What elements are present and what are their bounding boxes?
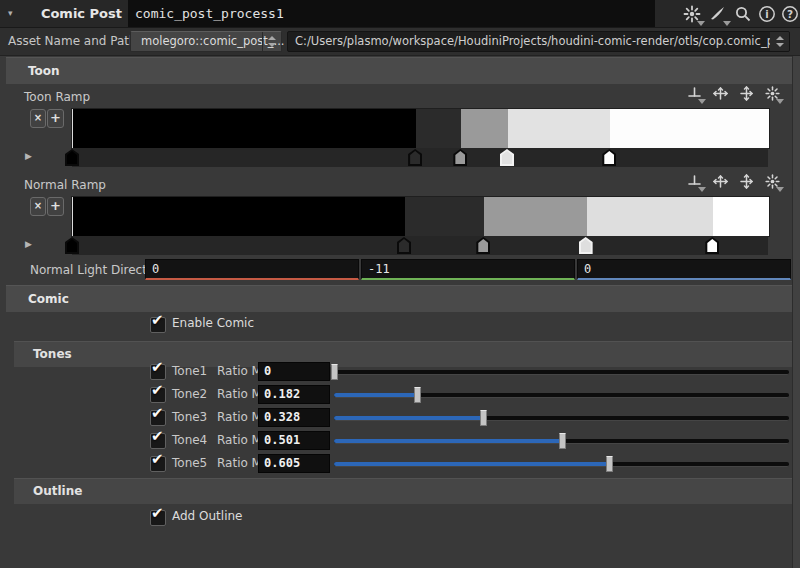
ramp-move-vertical-icon[interactable] bbox=[738, 173, 755, 190]
ramp-segment bbox=[484, 197, 586, 236]
search-icon[interactable] bbox=[733, 4, 753, 24]
slider-handle[interactable] bbox=[559, 433, 566, 449]
section-header-comic[interactable]: Comic bbox=[6, 285, 800, 312]
tone2-ratio-min-slider[interactable] bbox=[334, 383, 789, 406]
slider-handle[interactable] bbox=[606, 456, 613, 472]
info-icon[interactable]: i bbox=[757, 4, 777, 24]
enable-comic-label: Enable Comic bbox=[172, 316, 254, 330]
tone1-checkbox[interactable]: ✔ bbox=[150, 364, 166, 380]
ramp-expand-icon[interactable]: ▶ bbox=[25, 239, 32, 249]
toon-ramp-handle-strip[interactable] bbox=[72, 148, 768, 167]
ramp-segment bbox=[508, 109, 610, 148]
enable-comic-checkbox[interactable]: ✔ bbox=[150, 317, 166, 333]
section-header-outline[interactable]: Outline bbox=[14, 478, 800, 504]
slider-track[interactable] bbox=[334, 370, 789, 375]
ramp-stop-handle[interactable] bbox=[65, 149, 79, 166]
checkmark-icon: ✔ bbox=[151, 450, 164, 468]
asset-path-value: C:/Users/plasmo/workspace/HoudiniProject… bbox=[295, 34, 790, 48]
checkmark-icon: ✔ bbox=[151, 311, 164, 329]
spinner-up-icon bbox=[268, 36, 276, 40]
toon-ramp-widget[interactable] bbox=[72, 109, 768, 167]
spinner-up-icon bbox=[776, 36, 784, 40]
tone4-row: ✔ Tone4 Ratio Min 0.501 bbox=[0, 429, 800, 452]
ramp-stop-handle[interactable] bbox=[65, 237, 79, 254]
ramp-move-horizontal-icon[interactable] bbox=[712, 173, 729, 190]
ramp-options-gear-icon[interactable] bbox=[764, 173, 781, 190]
tone2-label: Tone2 bbox=[172, 387, 207, 401]
brush-appearance-icon[interactable] bbox=[708, 4, 728, 24]
normal-ramp-toolbar bbox=[686, 173, 781, 191]
normal-ramp-handle-strip[interactable] bbox=[72, 236, 768, 255]
tone1-ratio-min-slider[interactable] bbox=[334, 360, 789, 383]
section-header-toon[interactable]: Toon bbox=[6, 57, 800, 84]
asset-path-spinner[interactable] bbox=[770, 32, 789, 51]
tone2-ratio-min-field[interactable]: 0.182 bbox=[258, 385, 330, 404]
ramp-stop-handle[interactable] bbox=[579, 237, 593, 254]
tone5-checkbox[interactable]: ✔ bbox=[150, 456, 166, 472]
tone2-row: ✔ Tone2 Ratio Min 0.182 bbox=[0, 383, 800, 406]
ramp-interpolation-icon[interactable] bbox=[686, 85, 703, 102]
ramp-stop-handle[interactable] bbox=[408, 149, 422, 166]
svg-text:i: i bbox=[765, 9, 768, 20]
ramp-stop-handle[interactable] bbox=[500, 149, 514, 166]
ramp-add-point-button[interactable]: + bbox=[47, 109, 64, 128]
gear-menu-icon[interactable] bbox=[682, 4, 702, 24]
slider-fill bbox=[334, 393, 417, 397]
tone4-ratio-min-slider[interactable] bbox=[334, 429, 789, 452]
toon-ramp-gradient[interactable] bbox=[72, 109, 769, 148]
brush-menu-caret-icon bbox=[723, 21, 731, 26]
tone3-ratio-min-slider[interactable] bbox=[334, 406, 789, 429]
tone4-ratio-min-field[interactable]: 0.501 bbox=[258, 431, 330, 450]
ramp-interpolation-caret-icon bbox=[698, 187, 706, 192]
node-header-bar: ▾ Comic Post Process comic_post_process1 bbox=[0, 0, 800, 28]
ramp-delete-point-button[interactable]: × bbox=[30, 197, 46, 216]
checkmark-icon: ✔ bbox=[151, 404, 164, 422]
normal-light-direction-y-field[interactable]: -11 bbox=[361, 259, 575, 280]
spinner-down-icon bbox=[268, 43, 276, 47]
tone5-row: ✔ Tone5 Ratio Min 0.605 bbox=[0, 452, 800, 475]
ramp-options-gear-icon[interactable] bbox=[764, 85, 781, 102]
ramp-add-point-button[interactable]: + bbox=[47, 197, 64, 216]
help-icon[interactable]: ? bbox=[780, 4, 800, 24]
normal-light-direction-z-field[interactable]: 0 bbox=[577, 259, 791, 280]
ramp-move-vertical-icon[interactable] bbox=[738, 85, 755, 102]
ramp-interpolation-caret-icon bbox=[698, 99, 706, 104]
normal-ramp-gradient[interactable] bbox=[72, 197, 769, 236]
asset-definition-spinner[interactable] bbox=[262, 32, 281, 51]
asset-name-path-row: Asset Name and Path molegoro::comic_post… bbox=[0, 28, 800, 56]
toon-ramp-toolbar bbox=[686, 85, 781, 103]
checkmark-icon: ✔ bbox=[151, 504, 164, 522]
ramp-stop-handle[interactable] bbox=[453, 149, 467, 166]
normal-ramp-widget[interactable] bbox=[72, 197, 768, 255]
ramp-stop-handle[interactable] bbox=[476, 237, 490, 254]
ramp-move-horizontal-icon[interactable] bbox=[712, 85, 729, 102]
node-name-input[interactable]: comic_post_process1 bbox=[128, 0, 655, 27]
ramp-stop-handle[interactable] bbox=[397, 237, 411, 254]
tone3-ratio-min-field[interactable]: 0.328 bbox=[258, 408, 330, 427]
tone5-label: Tone5 bbox=[172, 456, 207, 470]
vertical-scrollbar[interactable] bbox=[792, 56, 800, 568]
normal-light-direction-x-field[interactable]: 0 bbox=[145, 259, 359, 280]
tone3-checkbox[interactable]: ✔ bbox=[150, 410, 166, 426]
slider-handle[interactable] bbox=[414, 387, 421, 403]
tone5-ratio-min-slider[interactable] bbox=[334, 452, 789, 475]
ramp-segment bbox=[713, 197, 769, 236]
slider-handle[interactable] bbox=[331, 364, 338, 380]
ramp-stop-handle[interactable] bbox=[705, 237, 719, 254]
ramp-delete-point-button[interactable]: × bbox=[30, 109, 46, 128]
ramp-expand-icon[interactable]: ▶ bbox=[25, 151, 32, 161]
asset-definition-select[interactable]: molegoro::comic_post_... bbox=[130, 31, 282, 52]
asset-path-field[interactable]: C:/Users/plasmo/workspace/HoudiniProject… bbox=[287, 31, 790, 52]
slider-handle[interactable] bbox=[480, 410, 487, 426]
tone4-checkbox[interactable]: ✔ bbox=[150, 433, 166, 449]
tone2-checkbox[interactable]: ✔ bbox=[150, 387, 166, 403]
ramp-stop-handle[interactable] bbox=[602, 149, 616, 166]
ramp-interpolation-icon[interactable] bbox=[686, 173, 703, 190]
normal-ramp-label: Normal Ramp bbox=[24, 178, 106, 192]
ramp-segment bbox=[610, 109, 769, 148]
tone1-ratio-min-field[interactable]: 0 bbox=[258, 362, 330, 381]
add-outline-checkbox[interactable]: ✔ bbox=[150, 510, 166, 526]
toon-ramp-label: Toon Ramp bbox=[24, 90, 90, 104]
tone5-ratio-min-field[interactable]: 0.605 bbox=[258, 454, 330, 473]
ramp-segment bbox=[73, 109, 416, 148]
